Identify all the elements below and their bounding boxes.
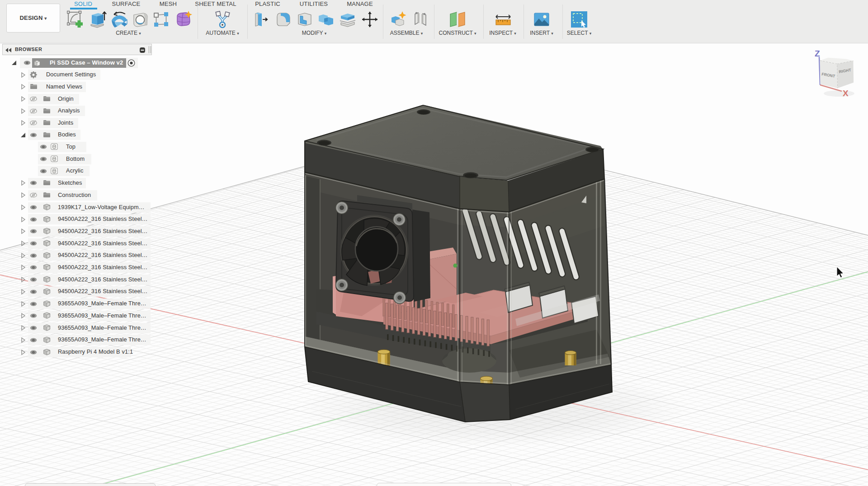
svg-text:Z: Z — [815, 49, 820, 58]
svg-text:X: X — [843, 89, 849, 98]
